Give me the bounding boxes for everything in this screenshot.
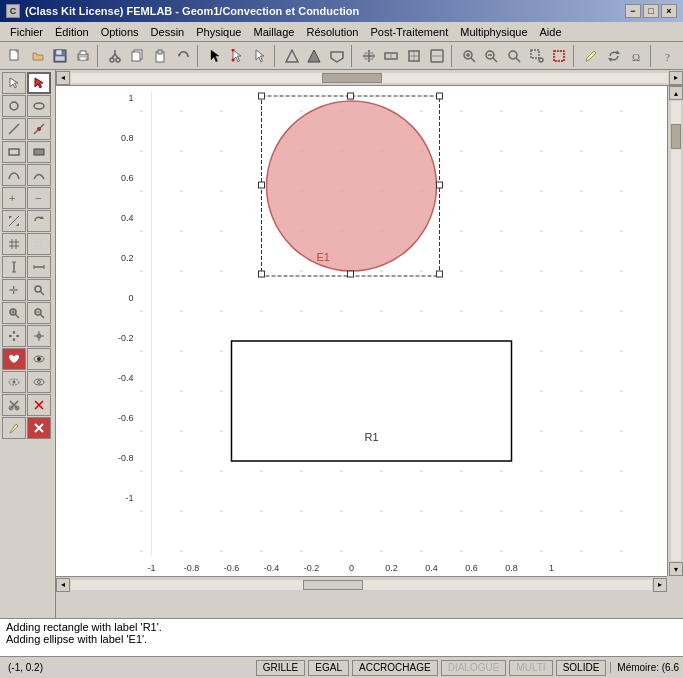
toolbar-zoom-region[interactable] <box>526 45 548 67</box>
toolbar-cut[interactable] <box>104 45 126 67</box>
scroll-track-bottom[interactable] <box>71 580 652 590</box>
toolbar-view3[interactable] <box>403 45 425 67</box>
tool-zoom-view[interactable] <box>27 279 51 301</box>
tool-zoom-out2[interactable] <box>27 302 51 324</box>
menu-fichier[interactable]: Fichier <box>4 24 49 40</box>
scroll-track-top[interactable] <box>71 73 668 83</box>
tool-trim[interactable] <box>27 394 51 416</box>
tool-eye[interactable] <box>27 348 51 370</box>
tool-scale[interactable] <box>2 210 26 232</box>
toolbar: Ω ? <box>0 42 683 70</box>
toolbar-sep-3 <box>274 45 278 67</box>
minimize-button[interactable]: − <box>625 4 641 18</box>
tool-circle[interactable] <box>2 95 26 117</box>
scrollbar-bottom[interactable]: ◂ ▸ <box>56 576 667 592</box>
canvas-area[interactable]: 1 0.8 0.6 0.4 0.2 0 -0.2 -0.4 -0.6 -0.8 … <box>56 86 667 576</box>
scroll-thumb-right[interactable] <box>671 124 681 149</box>
toolbar-quad[interactable] <box>326 45 348 67</box>
menu-dessin[interactable]: Dessin <box>145 24 191 40</box>
tool-delete[interactable] <box>27 417 51 439</box>
status-dialogue[interactable]: DIALOGUE <box>441 660 507 676</box>
scroll-left2-btn[interactable]: ◂ <box>56 578 70 592</box>
menu-physique[interactable]: Physique <box>190 24 247 40</box>
toolbar-save[interactable] <box>49 45 71 67</box>
tool-pen[interactable] <box>2 417 26 439</box>
status-solide[interactable]: SOLIDE <box>556 660 607 676</box>
tool-spline[interactable] <box>27 164 51 186</box>
toolbar-triangle-filled[interactable] <box>303 45 325 67</box>
scrollbar-right[interactable]: ▴ ▾ <box>667 86 683 576</box>
toolbar-view4[interactable] <box>426 45 448 67</box>
scroll-right2-btn[interactable]: ▸ <box>653 578 667 592</box>
toolbar-view2[interactable] <box>381 45 403 67</box>
menu-post-traitement[interactable]: Post-Traitement <box>364 24 454 40</box>
toolbar-triangle[interactable] <box>281 45 303 67</box>
scroll-thumb-top[interactable] <box>322 73 382 83</box>
status-grille[interactable]: GRILLE <box>256 660 306 676</box>
tool-scissors[interactable] <box>2 394 26 416</box>
menu-maillage[interactable]: Maillage <box>247 24 300 40</box>
toolbar-undo[interactable] <box>172 45 194 67</box>
toolbar-view1[interactable] <box>358 45 380 67</box>
tool-bezier[interactable] <box>2 164 26 186</box>
svg-rect-50 <box>34 149 44 155</box>
toolbar-rotate[interactable] <box>603 45 625 67</box>
tool-crosshair[interactable] <box>27 325 51 347</box>
toolbar-pencil[interactable] <box>580 45 602 67</box>
tool-zoom-in2[interactable] <box>2 302 26 324</box>
svg-text:0: 0 <box>128 293 133 303</box>
scroll-thumb-bottom[interactable] <box>303 580 363 590</box>
tool-grid-on[interactable] <box>2 233 26 255</box>
menu-options[interactable]: Options <box>95 24 145 40</box>
tool-eye3[interactable] <box>27 371 51 393</box>
menu-aide[interactable]: Aide <box>534 24 568 40</box>
toolbar-zoom-out[interactable] <box>480 45 502 67</box>
tool-ellipse[interactable] <box>27 95 51 117</box>
menu-edition[interactable]: Édition <box>49 24 95 40</box>
tool-point[interactable] <box>27 118 51 140</box>
toolbar-paste[interactable] <box>149 45 171 67</box>
toolbar-select2[interactable] <box>549 45 571 67</box>
toolbar-edge[interactable] <box>249 45 271 67</box>
toolbar-open[interactable] <box>27 45 49 67</box>
tool-measure-horiz[interactable] <box>27 256 51 278</box>
status-multi[interactable]: MULTI <box>509 660 552 676</box>
tool-rotate[interactable] <box>27 210 51 232</box>
scroll-track-right[interactable] <box>671 101 681 561</box>
scroll-right-btn[interactable]: ▸ <box>669 71 683 85</box>
tool-grid-off[interactable] <box>27 233 51 255</box>
tool-eye2[interactable] <box>2 371 26 393</box>
toolbar-zoom-in[interactable] <box>458 45 480 67</box>
status-accrochage[interactable]: ACCROCHAGE <box>352 660 438 676</box>
tool-pan[interactable] <box>2 325 26 347</box>
toolbar-omega[interactable]: Ω <box>626 45 648 67</box>
toolbar-zoom-fit[interactable] <box>503 45 525 67</box>
tool-line[interactable] <box>2 118 26 140</box>
toolbar-help[interactable]: ? <box>657 45 679 67</box>
scroll-down-btn[interactable]: ▾ <box>669 562 683 576</box>
tool-rect[interactable] <box>2 141 26 163</box>
tool-add[interactable]: + <box>2 187 26 209</box>
tool-select-arrow[interactable] <box>2 72 26 94</box>
toolbar-vertex[interactable] <box>226 45 248 67</box>
scroll-up-btn[interactable]: ▴ <box>669 86 683 100</box>
menu-resolution[interactable]: Résolution <box>300 24 364 40</box>
tool-subtract[interactable]: − <box>27 187 51 209</box>
toolbar-new[interactable] <box>4 45 26 67</box>
tool-heart[interactable] <box>2 348 26 370</box>
toolbar-print[interactable] <box>72 45 94 67</box>
status-egal[interactable]: EGAL <box>308 660 349 676</box>
toolbar-copy[interactable] <box>127 45 149 67</box>
tool-select-active[interactable] <box>27 72 51 94</box>
tool-rect-filled[interactable] <box>27 141 51 163</box>
tool-move[interactable]: ✛ <box>2 279 26 301</box>
toolbar-select[interactable] <box>204 45 226 67</box>
scrollbar-top[interactable]: ◂ ▸ <box>56 70 683 86</box>
canvas-svg[interactable]: 1 0.8 0.6 0.4 0.2 0 -0.2 -0.4 -0.6 -0.8 … <box>56 86 667 576</box>
tool-measure-vert[interactable] <box>2 256 26 278</box>
handle-br <box>437 271 443 277</box>
close-button[interactable]: × <box>661 4 677 18</box>
maximize-button[interactable]: □ <box>643 4 659 18</box>
scroll-left-btn[interactable]: ◂ <box>56 71 70 85</box>
menu-multiphysique[interactable]: Multiphysique <box>454 24 533 40</box>
